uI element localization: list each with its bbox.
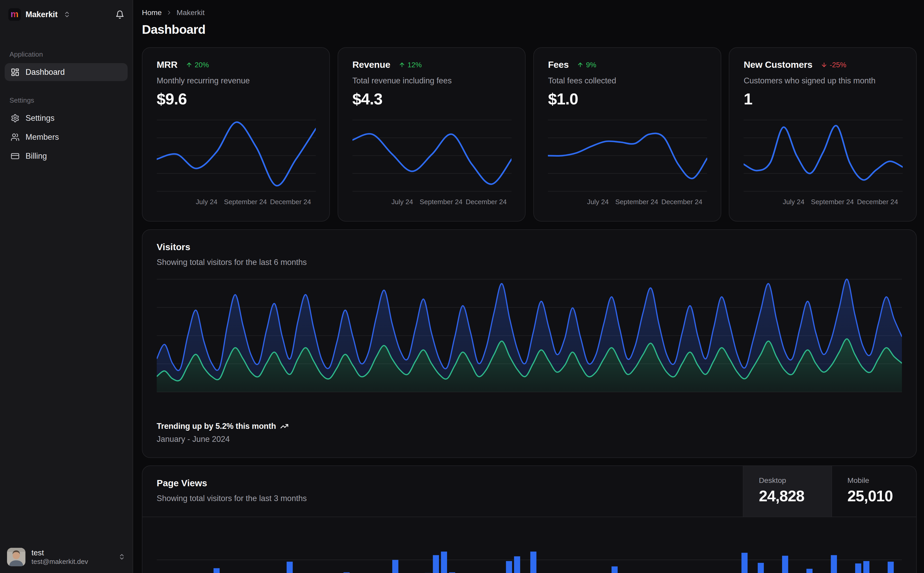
stat-card-new-customers: New Customers-25%Customers who signed up… bbox=[729, 47, 917, 222]
visitors-period: January - June 2024 bbox=[157, 435, 289, 444]
arrow-up-icon bbox=[399, 61, 405, 68]
page-views-subtitle: Showing total visitors for the last 3 mo… bbox=[157, 494, 729, 503]
tab-value: 24,828 bbox=[759, 487, 831, 505]
sidebar-item-label: Billing bbox=[25, 152, 47, 161]
visitors-card: Visitors Showing total visitors for the … bbox=[142, 229, 917, 458]
stat-card-value: 1 bbox=[744, 89, 902, 108]
arrow-down-icon bbox=[821, 61, 827, 68]
stat-card-value: $1.0 bbox=[548, 89, 706, 108]
visitors-trend-text: Trending up by 5.2% this month bbox=[157, 421, 276, 431]
x-axis-label: July 24 bbox=[783, 198, 805, 206]
chevron-right-icon bbox=[166, 9, 172, 16]
stat-card-value: $4.3 bbox=[353, 89, 511, 108]
tab-label: Mobile bbox=[847, 476, 916, 485]
stat-card-title: Revenue bbox=[353, 59, 391, 70]
stat-card-sparkline[interactable]: July 24September 24December 24 bbox=[744, 114, 902, 211]
stat-card-sparkline[interactable]: July 24September 24December 24 bbox=[353, 114, 511, 211]
chevrons-up-down-icon bbox=[118, 553, 125, 560]
stat-card-subtitle: Customers who signed up this month bbox=[744, 76, 902, 85]
stat-card-trend: 12% bbox=[408, 61, 422, 69]
sidebar-item-label: Dashboard bbox=[25, 67, 65, 77]
main-content: Home Makerkit Dashboard MRR20%Monthly re… bbox=[133, 0, 924, 573]
sidebar: m Makerkit ApplicationDashboardSettingsS… bbox=[0, 0, 133, 573]
sidebar-items: Dashboard bbox=[0, 63, 133, 81]
tab-value: 25,010 bbox=[847, 487, 916, 505]
stat-card-mrr: MRR20%Monthly recurring revenue$9.6July … bbox=[142, 47, 330, 222]
visitors-footer: Trending up by 5.2% this month January -… bbox=[157, 421, 289, 444]
breadcrumb-home[interactable]: Home bbox=[142, 8, 162, 17]
visitors-title: Visitors bbox=[157, 242, 902, 252]
sidebar-item-settings[interactable]: Settings bbox=[5, 110, 128, 127]
stat-card-trend: -25% bbox=[830, 61, 846, 69]
sidebar-section-label: Application bbox=[0, 50, 133, 58]
sidebar-item-members[interactable]: Members bbox=[5, 128, 128, 146]
app-root: m Makerkit ApplicationDashboardSettingsS… bbox=[0, 0, 924, 573]
stat-card-trend: 20% bbox=[195, 61, 209, 69]
x-axis-label: July 24 bbox=[391, 198, 413, 206]
page-views-tabs: Desktop24,828Mobile25,010 bbox=[743, 466, 916, 517]
stat-card-title: MRR bbox=[157, 59, 177, 70]
stat-card-trend: 9% bbox=[586, 61, 596, 69]
x-axis-label: December 24 bbox=[857, 198, 898, 206]
arrow-up-icon bbox=[186, 61, 192, 68]
stat-card-title: New Customers bbox=[744, 59, 813, 70]
page-title: Dashboard bbox=[142, 22, 917, 37]
trending-up-icon bbox=[280, 422, 289, 431]
x-axis-label: December 24 bbox=[466, 198, 507, 206]
user-info: test test@makerkit.dev bbox=[31, 548, 88, 566]
stat-card-value: $9.6 bbox=[157, 89, 315, 108]
sidebar-item-label: Settings bbox=[25, 114, 54, 123]
sidebar-item-label: Members bbox=[25, 133, 59, 142]
page-views-tab-desktop[interactable]: Desktop24,828 bbox=[743, 466, 831, 517]
breadcrumb: Home Makerkit bbox=[142, 8, 917, 17]
visitors-subtitle: Showing total visitors for the last 6 mo… bbox=[157, 258, 902, 267]
stat-card-title: Fees bbox=[548, 59, 569, 70]
stat-card-subtitle: Total revenue including fees bbox=[353, 76, 511, 85]
x-axis-label: July 24 bbox=[196, 198, 217, 206]
x-axis-label: September 24 bbox=[615, 198, 658, 206]
users-icon bbox=[11, 133, 19, 142]
dashboard-icon bbox=[11, 68, 19, 77]
sidebar-section-label: Settings bbox=[0, 96, 133, 105]
stat-cards-row: MRR20%Monthly recurring revenue$9.6July … bbox=[142, 47, 917, 222]
stat-card-subtitle: Total fees collected bbox=[548, 76, 706, 85]
notifications-bell-icon[interactable] bbox=[115, 10, 124, 19]
avatar bbox=[7, 548, 25, 566]
tab-label: Desktop bbox=[759, 476, 831, 485]
page-views-tab-mobile[interactable]: Mobile25,010 bbox=[831, 466, 916, 517]
page-views-header: Page Views Showing total visitors for th… bbox=[143, 466, 916, 517]
sidebar-sections: ApplicationDashboardSettingsSettingsMemb… bbox=[0, 27, 133, 165]
user-email: test@makerkit.dev bbox=[31, 557, 88, 566]
sidebar-items: SettingsMembersBilling bbox=[0, 110, 133, 165]
gear-icon bbox=[11, 114, 19, 123]
page-views-title: Page Views bbox=[157, 478, 729, 488]
page-views-bar-chart[interactable] bbox=[143, 517, 916, 573]
user-menu[interactable]: test test@makerkit.dev bbox=[0, 542, 133, 573]
user-name: test bbox=[31, 548, 88, 557]
breadcrumb-current: Makerkit bbox=[176, 8, 204, 17]
makerkit-logo-icon: m bbox=[8, 8, 21, 21]
x-axis-label: September 24 bbox=[811, 198, 854, 206]
credit-card-icon bbox=[11, 152, 19, 161]
stat-card-revenue: Revenue12%Total revenue including fees$4… bbox=[337, 47, 526, 222]
page-views-header-left: Page Views Showing total visitors for th… bbox=[143, 466, 743, 517]
x-axis-label: September 24 bbox=[419, 198, 463, 206]
sidebar-item-billing[interactable]: Billing bbox=[5, 147, 128, 165]
workspace-name: Makerkit bbox=[25, 10, 57, 19]
workspace-header[interactable]: m Makerkit bbox=[0, 0, 133, 27]
x-axis-label: December 24 bbox=[270, 198, 311, 206]
x-axis-label: December 24 bbox=[662, 198, 703, 206]
visitors-area-chart[interactable] bbox=[157, 275, 902, 394]
x-axis-label: September 24 bbox=[224, 198, 267, 206]
sidebar-item-dashboard[interactable]: Dashboard bbox=[5, 63, 128, 81]
x-axis-label: July 24 bbox=[587, 198, 609, 206]
arrow-up-icon bbox=[577, 61, 584, 68]
chevrons-up-down-icon bbox=[63, 11, 71, 18]
stat-card-fees: Fees9%Total fees collected$1.0July 24Sep… bbox=[533, 47, 721, 222]
stat-card-subtitle: Monthly recurring revenue bbox=[157, 76, 315, 85]
stat-card-sparkline[interactable]: July 24September 24December 24 bbox=[548, 114, 706, 211]
page-views-card: Page Views Showing total visitors for th… bbox=[142, 465, 917, 573]
stat-card-sparkline[interactable]: July 24September 24December 24 bbox=[157, 114, 315, 211]
